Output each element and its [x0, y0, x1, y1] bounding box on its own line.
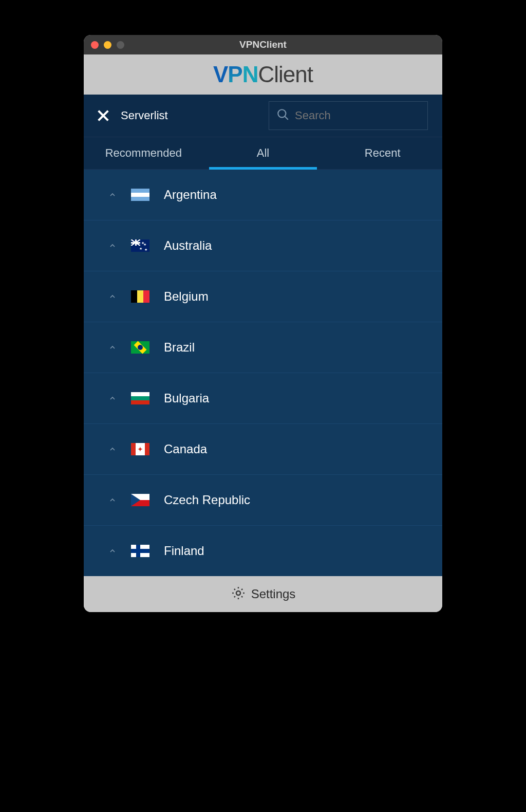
zoom-window-button[interactable]: [117, 41, 124, 49]
flag-au-icon: [131, 239, 149, 252]
server-row-fi[interactable]: Finland: [84, 526, 442, 576]
brand-word-client: Client: [258, 62, 313, 87]
flag-cz-icon: [131, 494, 149, 506]
brand-letter-v: V: [213, 62, 228, 87]
country-name: Belgium: [164, 289, 209, 304]
chevron-up-icon: [108, 343, 117, 352]
flag-be-icon: [131, 290, 149, 303]
chevron-up-icon: [108, 394, 117, 402]
search-input[interactable]: [295, 109, 420, 122]
brand-bar: V P N Client: [84, 54, 442, 95]
country-name: Argentina: [164, 188, 217, 202]
flag-br-icon: [131, 341, 149, 354]
gear-icon: [231, 585, 246, 603]
close-icon: [95, 107, 111, 124]
country-name: Finland: [164, 544, 204, 558]
country-name: Bulgaria: [164, 391, 209, 405]
server-list[interactable]: ArgentinaAustraliaBelgiumBrazilBulgariaC…: [84, 170, 442, 576]
flag-bg-icon: [131, 392, 149, 404]
tab-all[interactable]: All: [203, 137, 323, 169]
server-row-br[interactable]: Brazil: [84, 322, 442, 373]
server-row-au[interactable]: Australia: [84, 220, 442, 271]
app-window: VPNClient V P N Client Serverlist Recomm…: [84, 35, 442, 612]
minimize-window-button[interactable]: [104, 41, 111, 49]
settings-label: Settings: [251, 587, 296, 601]
close-window-button[interactable]: [91, 41, 99, 49]
chevron-up-icon: [108, 496, 117, 504]
server-topbar: Serverlist: [84, 95, 442, 137]
tab-label: Recent: [365, 146, 401, 160]
tab-label: Recommended: [105, 146, 182, 160]
svg-point-0: [278, 109, 286, 117]
country-name: Canada: [164, 442, 207, 456]
tab-label: All: [257, 146, 269, 160]
server-row-be[interactable]: Belgium: [84, 271, 442, 322]
tab-recent[interactable]: Recent: [323, 137, 442, 169]
country-name: Australia: [164, 238, 212, 253]
titlebar[interactable]: VPNClient: [84, 35, 442, 54]
server-row-ar[interactable]: Argentina: [84, 170, 442, 220]
traffic-lights: [91, 41, 124, 49]
country-name: Czech Republic: [164, 493, 250, 507]
country-name: Brazil: [164, 340, 195, 355]
flag-ar-icon: [131, 189, 149, 201]
tabs: RecommendedAllRecent: [84, 137, 442, 170]
svg-point-1: [236, 591, 240, 595]
search-icon: [276, 108, 290, 123]
server-row-ca[interactable]: Canada: [84, 424, 442, 475]
flag-ca-icon: [131, 443, 149, 455]
chevron-up-icon: [108, 242, 117, 250]
window-title: VPNClient: [84, 39, 442, 50]
chevron-up-icon: [108, 292, 117, 301]
server-row-bg[interactable]: Bulgaria: [84, 373, 442, 424]
brand-logo: V P N Client: [213, 62, 313, 87]
serverlist-label: Serverlist: [121, 109, 168, 122]
chevron-up-icon: [108, 547, 117, 555]
tab-recommended[interactable]: Recommended: [84, 137, 203, 169]
chevron-up-icon: [108, 445, 117, 453]
brand-letter-p: P: [228, 62, 242, 87]
close-serverlist-button[interactable]: [95, 107, 111, 124]
brand-letter-n: N: [242, 62, 258, 87]
settings-button[interactable]: Settings: [84, 576, 442, 612]
server-row-cz[interactable]: Czech Republic: [84, 475, 442, 526]
flag-fi-icon: [131, 545, 149, 557]
search-box[interactable]: [269, 101, 428, 130]
chevron-up-icon: [108, 191, 117, 199]
